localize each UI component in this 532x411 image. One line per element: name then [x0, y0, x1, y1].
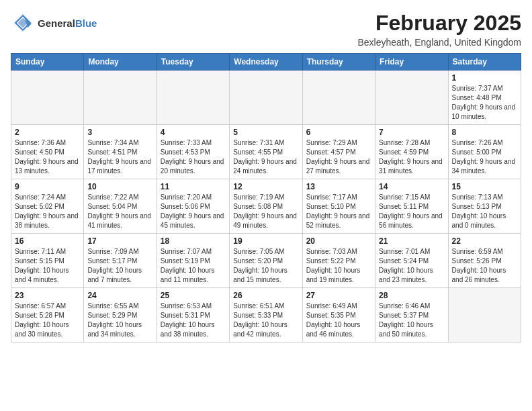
page-header: GeneralBlue February 2025 Bexleyheath, E…	[11, 11, 521, 48]
day-cell: 20Sunrise: 7:03 AM Sunset: 5:22 PM Dayli…	[302, 234, 375, 288]
day-number: 24	[87, 291, 152, 300]
day-number: 21	[379, 236, 444, 246]
day-number: 8	[452, 128, 517, 137]
logo: GeneralBlue	[11, 11, 97, 35]
day-cell: 24Sunrise: 6:55 AM Sunset: 5:29 PM Dayli…	[84, 288, 157, 342]
day-number: 1	[452, 73, 517, 83]
calendar-table: SundayMondayTuesdayWednesdayThursdayFrid…	[11, 53, 521, 342]
day-cell: 4Sunrise: 7:33 AM Sunset: 4:53 PM Daylig…	[157, 125, 229, 179]
day-cell: 25Sunrise: 6:53 AM Sunset: 5:31 PM Dayli…	[157, 288, 229, 342]
day-detail: Sunrise: 7:19 AM Sunset: 5:08 PM Dayligh…	[233, 193, 298, 230]
day-number: 25	[161, 291, 226, 300]
day-cell: 9Sunrise: 7:24 AM Sunset: 5:02 PM Daylig…	[11, 179, 84, 234]
day-number: 20	[306, 236, 371, 246]
title-block: February 2025 Bexleyheath, England, Unit…	[357, 11, 521, 48]
day-cell: 27Sunrise: 6:49 AM Sunset: 5:35 PM Dayli…	[302, 288, 375, 342]
day-detail: Sunrise: 7:15 AM Sunset: 5:11 PM Dayligh…	[379, 193, 444, 230]
day-detail: Sunrise: 7:33 AM Sunset: 4:53 PM Dayligh…	[161, 138, 226, 176]
day-cell: 19Sunrise: 7:05 AM Sunset: 5:20 PM Dayli…	[230, 234, 302, 288]
col-header-friday: Friday	[375, 54, 448, 71]
day-cell: 11Sunrise: 7:20 AM Sunset: 5:06 PM Dayli…	[157, 179, 229, 234]
day-cell: 18Sunrise: 7:07 AM Sunset: 5:19 PM Dayli…	[157, 234, 229, 288]
week-row-5: 23Sunrise: 6:57 AM Sunset: 5:28 PM Dayli…	[11, 288, 521, 342]
day-number: 16	[15, 236, 80, 246]
col-header-wednesday: Wednesday	[230, 54, 302, 71]
day-number: 14	[379, 182, 444, 191]
week-row-2: 2Sunrise: 7:36 AM Sunset: 4:50 PM Daylig…	[11, 125, 521, 179]
day-cell	[157, 71, 229, 125]
day-cell: 12Sunrise: 7:19 AM Sunset: 5:08 PM Dayli…	[230, 179, 302, 234]
day-number: 12	[233, 182, 298, 191]
day-number: 9	[15, 182, 80, 191]
day-detail: Sunrise: 7:11 AM Sunset: 5:15 PM Dayligh…	[15, 247, 80, 285]
day-cell: 3Sunrise: 7:34 AM Sunset: 4:51 PM Daylig…	[84, 125, 157, 179]
col-header-thursday: Thursday	[302, 54, 375, 71]
day-detail: Sunrise: 7:13 AM Sunset: 5:13 PM Dayligh…	[452, 193, 517, 230]
day-cell	[302, 71, 375, 125]
col-header-monday: Monday	[84, 54, 157, 71]
day-number: 7	[379, 128, 444, 137]
day-cell	[230, 71, 302, 125]
day-cell: 17Sunrise: 7:09 AM Sunset: 5:17 PM Dayli…	[84, 234, 157, 288]
day-detail: Sunrise: 6:51 AM Sunset: 5:33 PM Dayligh…	[233, 302, 298, 339]
day-cell: 2Sunrise: 7:36 AM Sunset: 4:50 PM Daylig…	[11, 125, 84, 179]
day-cell: 23Sunrise: 6:57 AM Sunset: 5:28 PM Dayli…	[11, 288, 84, 342]
day-cell: 22Sunrise: 6:59 AM Sunset: 5:26 PM Dayli…	[448, 234, 521, 288]
day-number: 28	[379, 291, 444, 300]
day-detail: Sunrise: 7:29 AM Sunset: 4:57 PM Dayligh…	[306, 138, 371, 176]
day-detail: Sunrise: 7:31 AM Sunset: 4:55 PM Dayligh…	[233, 138, 298, 176]
day-cell: 15Sunrise: 7:13 AM Sunset: 5:13 PM Dayli…	[448, 179, 521, 234]
day-cell: 14Sunrise: 7:15 AM Sunset: 5:11 PM Dayli…	[375, 179, 448, 234]
day-detail: Sunrise: 6:55 AM Sunset: 5:29 PM Dayligh…	[87, 302, 152, 339]
day-number: 23	[15, 291, 80, 300]
day-detail: Sunrise: 7:36 AM Sunset: 4:50 PM Dayligh…	[15, 138, 80, 176]
day-detail: Sunrise: 6:46 AM Sunset: 5:37 PM Dayligh…	[379, 302, 444, 339]
day-number: 11	[161, 182, 226, 191]
day-number: 19	[233, 236, 298, 246]
day-cell: 1Sunrise: 7:37 AM Sunset: 4:48 PM Daylig…	[448, 71, 521, 125]
day-cell	[11, 71, 84, 125]
day-detail: Sunrise: 6:59 AM Sunset: 5:26 PM Dayligh…	[452, 247, 517, 285]
day-detail: Sunrise: 7:07 AM Sunset: 5:19 PM Dayligh…	[161, 247, 226, 285]
day-cell: 26Sunrise: 6:51 AM Sunset: 5:33 PM Dayli…	[230, 288, 302, 342]
day-cell	[448, 288, 521, 342]
col-header-tuesday: Tuesday	[157, 54, 229, 71]
month-title: February 2025	[357, 11, 521, 36]
day-detail: Sunrise: 7:37 AM Sunset: 4:48 PM Dayligh…	[452, 84, 517, 122]
day-number: 6	[306, 128, 371, 137]
day-cell: 7Sunrise: 7:28 AM Sunset: 4:59 PM Daylig…	[375, 125, 448, 179]
week-row-1: 1Sunrise: 7:37 AM Sunset: 4:48 PM Daylig…	[11, 71, 521, 125]
day-number: 10	[87, 182, 152, 191]
day-detail: Sunrise: 7:22 AM Sunset: 5:04 PM Dayligh…	[87, 193, 152, 230]
day-detail: Sunrise: 7:20 AM Sunset: 5:06 PM Dayligh…	[161, 193, 226, 230]
day-number: 17	[87, 236, 152, 246]
day-detail: Sunrise: 7:09 AM Sunset: 5:17 PM Dayligh…	[87, 247, 152, 285]
day-number: 22	[452, 236, 517, 246]
day-detail: Sunrise: 7:34 AM Sunset: 4:51 PM Dayligh…	[87, 138, 152, 176]
day-number: 4	[161, 128, 226, 137]
day-number: 27	[306, 291, 371, 300]
col-header-saturday: Saturday	[448, 54, 521, 71]
calendar-header-row: SundayMondayTuesdayWednesdayThursdayFrid…	[11, 54, 521, 71]
day-detail: Sunrise: 7:24 AM Sunset: 5:02 PM Dayligh…	[15, 193, 80, 230]
day-detail: Sunrise: 6:53 AM Sunset: 5:31 PM Dayligh…	[161, 302, 226, 339]
day-detail: Sunrise: 7:26 AM Sunset: 5:00 PM Dayligh…	[452, 138, 517, 176]
location: Bexleyheath, England, United Kingdom	[357, 37, 521, 48]
day-cell: 8Sunrise: 7:26 AM Sunset: 5:00 PM Daylig…	[448, 125, 521, 179]
day-detail: Sunrise: 6:57 AM Sunset: 5:28 PM Dayligh…	[15, 302, 80, 339]
day-number: 3	[87, 128, 152, 137]
day-cell: 21Sunrise: 7:01 AM Sunset: 5:24 PM Dayli…	[375, 234, 448, 288]
day-cell	[84, 71, 157, 125]
day-number: 18	[161, 236, 226, 246]
day-detail: Sunrise: 7:03 AM Sunset: 5:22 PM Dayligh…	[306, 247, 371, 285]
logo-text: GeneralBlue	[38, 17, 97, 29]
day-number: 15	[452, 182, 517, 191]
day-cell: 10Sunrise: 7:22 AM Sunset: 5:04 PM Dayli…	[84, 179, 157, 234]
day-number: 5	[233, 128, 298, 137]
day-number: 13	[306, 182, 371, 191]
day-cell: 6Sunrise: 7:29 AM Sunset: 4:57 PM Daylig…	[302, 125, 375, 179]
day-cell: 16Sunrise: 7:11 AM Sunset: 5:15 PM Dayli…	[11, 234, 84, 288]
day-detail: Sunrise: 7:17 AM Sunset: 5:10 PM Dayligh…	[306, 193, 371, 230]
day-number: 26	[233, 291, 298, 300]
day-number: 2	[15, 128, 80, 137]
